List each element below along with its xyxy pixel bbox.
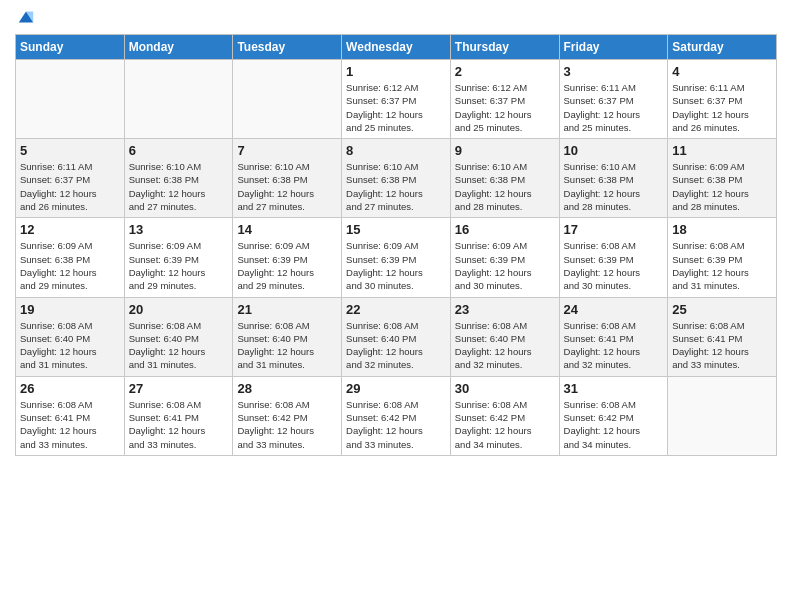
calendar-cell: 6Sunrise: 6:10 AM Sunset: 6:38 PM Daylig… xyxy=(124,139,233,218)
day-info: Sunrise: 6:08 AM Sunset: 6:41 PM Dayligh… xyxy=(129,398,229,451)
day-number: 8 xyxy=(346,143,446,158)
day-number: 26 xyxy=(20,381,120,396)
header xyxy=(15,10,777,26)
day-number: 4 xyxy=(672,64,772,79)
calendar-week-row: 26Sunrise: 6:08 AM Sunset: 6:41 PM Dayli… xyxy=(16,376,777,455)
day-number: 3 xyxy=(564,64,664,79)
day-info: Sunrise: 6:09 AM Sunset: 6:39 PM Dayligh… xyxy=(346,239,446,292)
calendar-cell: 24Sunrise: 6:08 AM Sunset: 6:41 PM Dayli… xyxy=(559,297,668,376)
calendar-week-row: 12Sunrise: 6:09 AM Sunset: 6:38 PM Dayli… xyxy=(16,218,777,297)
day-number: 5 xyxy=(20,143,120,158)
day-number: 1 xyxy=(346,64,446,79)
calendar-cell: 20Sunrise: 6:08 AM Sunset: 6:40 PM Dayli… xyxy=(124,297,233,376)
day-number: 17 xyxy=(564,222,664,237)
day-info: Sunrise: 6:10 AM Sunset: 6:38 PM Dayligh… xyxy=(346,160,446,213)
calendar-cell: 18Sunrise: 6:08 AM Sunset: 6:39 PM Dayli… xyxy=(668,218,777,297)
weekday-header-wednesday: Wednesday xyxy=(342,35,451,60)
day-info: Sunrise: 6:10 AM Sunset: 6:38 PM Dayligh… xyxy=(455,160,555,213)
calendar-cell: 17Sunrise: 6:08 AM Sunset: 6:39 PM Dayli… xyxy=(559,218,668,297)
calendar-cell: 9Sunrise: 6:10 AM Sunset: 6:38 PM Daylig… xyxy=(450,139,559,218)
weekday-header-friday: Friday xyxy=(559,35,668,60)
logo-icon xyxy=(17,8,35,26)
day-number: 30 xyxy=(455,381,555,396)
calendar-week-row: 1Sunrise: 6:12 AM Sunset: 6:37 PM Daylig… xyxy=(16,60,777,139)
weekday-header-saturday: Saturday xyxy=(668,35,777,60)
day-number: 28 xyxy=(237,381,337,396)
day-number: 20 xyxy=(129,302,229,317)
weekday-header-monday: Monday xyxy=(124,35,233,60)
calendar-week-row: 5Sunrise: 6:11 AM Sunset: 6:37 PM Daylig… xyxy=(16,139,777,218)
day-number: 2 xyxy=(455,64,555,79)
day-info: Sunrise: 6:10 AM Sunset: 6:38 PM Dayligh… xyxy=(237,160,337,213)
day-info: Sunrise: 6:09 AM Sunset: 6:39 PM Dayligh… xyxy=(129,239,229,292)
day-number: 24 xyxy=(564,302,664,317)
calendar-header: SundayMondayTuesdayWednesdayThursdayFrid… xyxy=(16,35,777,60)
calendar-cell xyxy=(233,60,342,139)
day-number: 9 xyxy=(455,143,555,158)
calendar-cell xyxy=(668,376,777,455)
day-info: Sunrise: 6:08 AM Sunset: 6:42 PM Dayligh… xyxy=(346,398,446,451)
weekday-header-thursday: Thursday xyxy=(450,35,559,60)
day-info: Sunrise: 6:08 AM Sunset: 6:40 PM Dayligh… xyxy=(237,319,337,372)
calendar-table: SundayMondayTuesdayWednesdayThursdayFrid… xyxy=(15,34,777,456)
day-info: Sunrise: 6:10 AM Sunset: 6:38 PM Dayligh… xyxy=(129,160,229,213)
calendar-body: 1Sunrise: 6:12 AM Sunset: 6:37 PM Daylig… xyxy=(16,60,777,456)
day-info: Sunrise: 6:08 AM Sunset: 6:40 PM Dayligh… xyxy=(455,319,555,372)
day-info: Sunrise: 6:09 AM Sunset: 6:38 PM Dayligh… xyxy=(20,239,120,292)
calendar-cell: 23Sunrise: 6:08 AM Sunset: 6:40 PM Dayli… xyxy=(450,297,559,376)
day-info: Sunrise: 6:08 AM Sunset: 6:41 PM Dayligh… xyxy=(564,319,664,372)
day-info: Sunrise: 6:08 AM Sunset: 6:42 PM Dayligh… xyxy=(564,398,664,451)
day-number: 21 xyxy=(237,302,337,317)
calendar-cell: 19Sunrise: 6:08 AM Sunset: 6:40 PM Dayli… xyxy=(16,297,125,376)
calendar-cell xyxy=(124,60,233,139)
day-number: 23 xyxy=(455,302,555,317)
calendar-cell: 5Sunrise: 6:11 AM Sunset: 6:37 PM Daylig… xyxy=(16,139,125,218)
day-info: Sunrise: 6:08 AM Sunset: 6:40 PM Dayligh… xyxy=(20,319,120,372)
calendar-cell: 29Sunrise: 6:08 AM Sunset: 6:42 PM Dayli… xyxy=(342,376,451,455)
day-number: 22 xyxy=(346,302,446,317)
day-number: 13 xyxy=(129,222,229,237)
calendar-cell: 12Sunrise: 6:09 AM Sunset: 6:38 PM Dayli… xyxy=(16,218,125,297)
day-info: Sunrise: 6:08 AM Sunset: 6:42 PM Dayligh… xyxy=(455,398,555,451)
calendar-cell: 30Sunrise: 6:08 AM Sunset: 6:42 PM Dayli… xyxy=(450,376,559,455)
calendar-cell: 11Sunrise: 6:09 AM Sunset: 6:38 PM Dayli… xyxy=(668,139,777,218)
day-info: Sunrise: 6:08 AM Sunset: 6:41 PM Dayligh… xyxy=(20,398,120,451)
day-number: 25 xyxy=(672,302,772,317)
calendar-cell: 21Sunrise: 6:08 AM Sunset: 6:40 PM Dayli… xyxy=(233,297,342,376)
day-number: 10 xyxy=(564,143,664,158)
day-number: 29 xyxy=(346,381,446,396)
calendar-cell: 1Sunrise: 6:12 AM Sunset: 6:37 PM Daylig… xyxy=(342,60,451,139)
day-info: Sunrise: 6:11 AM Sunset: 6:37 PM Dayligh… xyxy=(564,81,664,134)
day-number: 14 xyxy=(237,222,337,237)
day-number: 19 xyxy=(20,302,120,317)
day-info: Sunrise: 6:09 AM Sunset: 6:39 PM Dayligh… xyxy=(455,239,555,292)
calendar-cell: 15Sunrise: 6:09 AM Sunset: 6:39 PM Dayli… xyxy=(342,218,451,297)
calendar-cell: 25Sunrise: 6:08 AM Sunset: 6:41 PM Dayli… xyxy=(668,297,777,376)
calendar-cell: 22Sunrise: 6:08 AM Sunset: 6:40 PM Dayli… xyxy=(342,297,451,376)
calendar-page: SundayMondayTuesdayWednesdayThursdayFrid… xyxy=(0,0,792,612)
calendar-cell: 28Sunrise: 6:08 AM Sunset: 6:42 PM Dayli… xyxy=(233,376,342,455)
day-info: Sunrise: 6:11 AM Sunset: 6:37 PM Dayligh… xyxy=(20,160,120,213)
weekday-header-row: SundayMondayTuesdayWednesdayThursdayFrid… xyxy=(16,35,777,60)
calendar-cell: 14Sunrise: 6:09 AM Sunset: 6:39 PM Dayli… xyxy=(233,218,342,297)
day-info: Sunrise: 6:11 AM Sunset: 6:37 PM Dayligh… xyxy=(672,81,772,134)
day-info: Sunrise: 6:08 AM Sunset: 6:41 PM Dayligh… xyxy=(672,319,772,372)
calendar-cell: 8Sunrise: 6:10 AM Sunset: 6:38 PM Daylig… xyxy=(342,139,451,218)
day-info: Sunrise: 6:09 AM Sunset: 6:39 PM Dayligh… xyxy=(237,239,337,292)
day-number: 18 xyxy=(672,222,772,237)
weekday-header-sunday: Sunday xyxy=(16,35,125,60)
day-info: Sunrise: 6:10 AM Sunset: 6:38 PM Dayligh… xyxy=(564,160,664,213)
calendar-cell: 7Sunrise: 6:10 AM Sunset: 6:38 PM Daylig… xyxy=(233,139,342,218)
calendar-cell: 10Sunrise: 6:10 AM Sunset: 6:38 PM Dayli… xyxy=(559,139,668,218)
day-number: 16 xyxy=(455,222,555,237)
calendar-cell: 16Sunrise: 6:09 AM Sunset: 6:39 PM Dayli… xyxy=(450,218,559,297)
calendar-cell: 13Sunrise: 6:09 AM Sunset: 6:39 PM Dayli… xyxy=(124,218,233,297)
calendar-cell: 31Sunrise: 6:08 AM Sunset: 6:42 PM Dayli… xyxy=(559,376,668,455)
calendar-week-row: 19Sunrise: 6:08 AM Sunset: 6:40 PM Dayli… xyxy=(16,297,777,376)
calendar-cell xyxy=(16,60,125,139)
day-info: Sunrise: 6:08 AM Sunset: 6:40 PM Dayligh… xyxy=(129,319,229,372)
day-info: Sunrise: 6:12 AM Sunset: 6:37 PM Dayligh… xyxy=(455,81,555,134)
day-number: 27 xyxy=(129,381,229,396)
day-number: 7 xyxy=(237,143,337,158)
weekday-header-tuesday: Tuesday xyxy=(233,35,342,60)
